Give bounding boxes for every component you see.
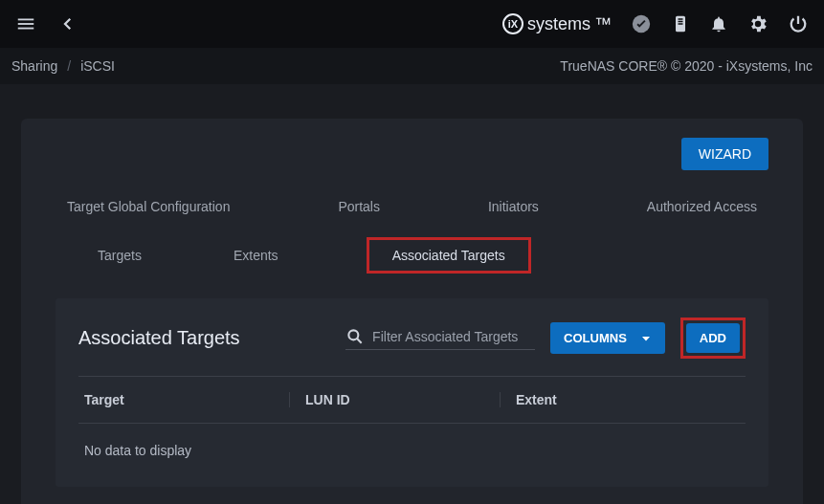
brand-tm: ™ (594, 14, 612, 34)
tab-target-global-config[interactable]: Target Global Configuration (63, 193, 234, 220)
brand-text: systems (527, 14, 590, 34)
gear-icon[interactable] (747, 13, 768, 34)
svg-marker-6 (642, 337, 650, 341)
tab-extents[interactable]: Extents (230, 242, 282, 269)
tab-portals[interactable]: Portals (334, 193, 384, 220)
topbar-left (15, 13, 77, 34)
col-header-lunid: LUN ID (289, 392, 500, 407)
col-header-target: Target (78, 392, 289, 407)
add-button-highlight: ADD (680, 318, 746, 359)
svg-point-4 (348, 330, 358, 340)
section-header: Associated Targets COLUMNS (78, 318, 746, 359)
filter-input[interactable] (372, 329, 535, 344)
tab-authorized-access[interactable]: Authorized Access (643, 193, 761, 220)
tabs-row-1: Target Global Configuration Portals Init… (56, 193, 768, 237)
card-top: WIZARD (56, 138, 768, 170)
breadcrumb-bar: Sharing / iSCSI TrueNAS CORE® © 2020 - i… (0, 48, 824, 84)
main-card: WIZARD Target Global Configuration Porta… (21, 119, 803, 504)
breadcrumb-root[interactable]: Sharing (11, 58, 57, 74)
tab-initiators[interactable]: Initiators (484, 193, 543, 220)
breadcrumb-current: iSCSI (80, 58, 115, 74)
wizard-button[interactable]: WIZARD (681, 138, 768, 170)
col-header-extent: Extent (500, 392, 746, 407)
chevron-down-icon (640, 333, 652, 344)
associated-targets-section: Associated Targets COLUMNS (56, 298, 768, 487)
brand-logo: iX systems ™ (502, 13, 612, 34)
svg-rect-2 (18, 28, 34, 30)
columns-button[interactable]: COLUMNS (550, 322, 665, 354)
search-icon (345, 327, 365, 346)
back-icon[interactable] (59, 15, 77, 33)
tab-targets[interactable]: Targets (94, 242, 145, 269)
content-area: WIZARD Target Global Configuration Porta… (0, 84, 824, 504)
breadcrumb: Sharing / iSCSI (11, 58, 115, 74)
brand-logo-mark: iX (502, 13, 523, 34)
svg-rect-0 (18, 19, 34, 21)
tabs-row-2: Targets Extents Associated Targets (56, 237, 768, 298)
svg-line-5 (357, 339, 362, 343)
table-header-row: Target LUN ID Extent (78, 376, 746, 424)
power-icon[interactable] (788, 13, 809, 34)
svg-rect-1 (18, 23, 34, 25)
topbar-right: iX systems ™ (502, 13, 809, 34)
section-title: Associated Targets (78, 327, 240, 349)
status-icon[interactable] (631, 13, 652, 34)
bell-icon[interactable] (709, 14, 728, 33)
columns-label: COLUMNS (564, 331, 627, 345)
add-button[interactable]: ADD (686, 323, 740, 353)
no-data-message: No data to display (78, 424, 746, 458)
menu-icon[interactable] (15, 13, 36, 34)
copyright-text: TrueNAS CORE® © 2020 - iXsystems, Inc (560, 58, 813, 74)
breadcrumb-sep: / (67, 58, 71, 74)
search-wrap (345, 327, 535, 350)
section-controls: COLUMNS ADD (345, 318, 746, 359)
tab-associated-targets[interactable]: Associated Targets (367, 237, 531, 274)
topbar: iX systems ™ (0, 0, 824, 48)
clipboard-icon[interactable] (671, 14, 690, 33)
